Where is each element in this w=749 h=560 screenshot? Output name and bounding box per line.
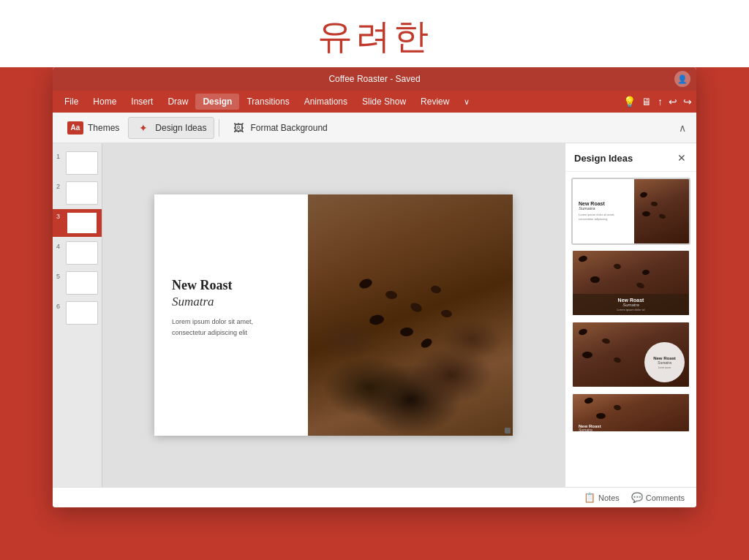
slide-thumb-5[interactable]: 5: [53, 269, 102, 297]
themes-button[interactable]: Aa Themes: [60, 118, 127, 138]
slide-text-area: New Roast Sumatra Lorem ipsum dolor sit …: [154, 194, 308, 436]
editor-area: New Roast Sumatra Lorem ipsum dolor sit …: [102, 143, 565, 487]
themes-icon: Aa: [67, 121, 83, 135]
title-bar: Coffee Roaster - Saved 👤: [53, 67, 696, 91]
format-background-button[interactable]: 🖼 Format Background: [224, 118, 334, 138]
slide-thumb-2[interactable]: 2: [53, 179, 102, 207]
design-ideas-header: Design Ideas ✕: [565, 143, 696, 172]
format-bg-icon: 🖼: [231, 121, 246, 135]
idea-card-3[interactable]: New Roast Sumatra Lorem ipsum: [571, 321, 690, 388]
menu-item-design[interactable]: Design: [195, 94, 239, 110]
menu-item-home[interactable]: Home: [86, 94, 124, 110]
ideas-list: New Roast Sumatra Lorem ipsum dolor sit …: [565, 172, 696, 487]
title-bar-text: Coffee Roaster - Saved: [328, 74, 420, 84]
notes-icon: 📋: [584, 492, 595, 503]
design-ideas-title: Design Ideas: [574, 153, 633, 164]
slide-panel: 1 2 3 4: [53, 143, 102, 487]
menu-more[interactable]: ∨: [456, 94, 477, 110]
design-ideas-button[interactable]: ✦ Design Ideas: [128, 117, 214, 139]
main-content: 1 2 3 4: [53, 143, 696, 487]
slide-thumb-4[interactable]: 4: [53, 239, 102, 267]
slide-image: [308, 194, 513, 436]
notes-button[interactable]: 📋 Notes: [584, 492, 620, 503]
menu-item-draw[interactable]: Draw: [160, 94, 195, 110]
slide-thumb-6[interactable]: 6: [53, 299, 102, 327]
comments-icon: 💬: [631, 492, 643, 503]
idea-card-4[interactable]: New Roast Sumatra: [571, 393, 690, 433]
menu-item-review[interactable]: Review: [413, 94, 456, 110]
ribbon: Aa Themes ✦ Design Ideas 🖼 Format Backgr…: [53, 113, 696, 143]
idea-card-2[interactable]: New Roast Sumatra Lorem ipsum dolor sit: [571, 249, 690, 317]
monitor-icon: 🖥: [641, 96, 652, 107]
menu-item-slideshow[interactable]: Slide Show: [355, 94, 413, 110]
design-ideas-panel: Design Ideas ✕ New Roast Sumatra Lorem i…: [565, 143, 696, 487]
menu-bar: File Home Insert Draw Design Transitions: [53, 91, 696, 113]
user-avatar[interactable]: 👤: [674, 71, 690, 87]
lightbulb-icon: 💡: [623, 96, 636, 107]
menu-item-transitions[interactable]: Transitions: [239, 94, 296, 110]
design-ideas-close[interactable]: ✕: [674, 151, 689, 165]
status-bar: 📋 Notes 💬 Comments: [53, 487, 696, 507]
redo-icon[interactable]: ↪: [683, 96, 692, 107]
slide-subtitle: Sumatra: [172, 295, 293, 309]
menu-item-file[interactable]: File: [57, 94, 86, 110]
ribbon-collapse-icon[interactable]: ∧: [676, 119, 689, 137]
slide-thumb-1[interactable]: 1: [53, 149, 102, 177]
app-window: Coffee Roaster - Saved 👤 File Home Inser…: [53, 67, 696, 507]
undo-icon[interactable]: ↩: [669, 96, 677, 107]
idea-card-1[interactable]: New Roast Sumatra Lorem ipsum dolor sit …: [571, 178, 690, 245]
slide-thumb-3[interactable]: 3: [53, 209, 102, 237]
menu-item-insert[interactable]: Insert: [124, 94, 160, 110]
slide-title: New Roast: [172, 278, 293, 293]
comments-button[interactable]: 💬 Comments: [631, 492, 685, 503]
design-ideas-icon: ✦: [136, 121, 151, 135]
menu-item-animations[interactable]: Animations: [297, 94, 355, 110]
share-icon: ↑: [658, 96, 663, 107]
slide-canvas[interactable]: New Roast Sumatra Lorem ipsum dolor sit …: [154, 194, 513, 436]
korean-title: 유려한: [317, 17, 432, 56]
slide-body: Lorem ipsum dolor sit amet, consectetur …: [172, 317, 293, 338]
